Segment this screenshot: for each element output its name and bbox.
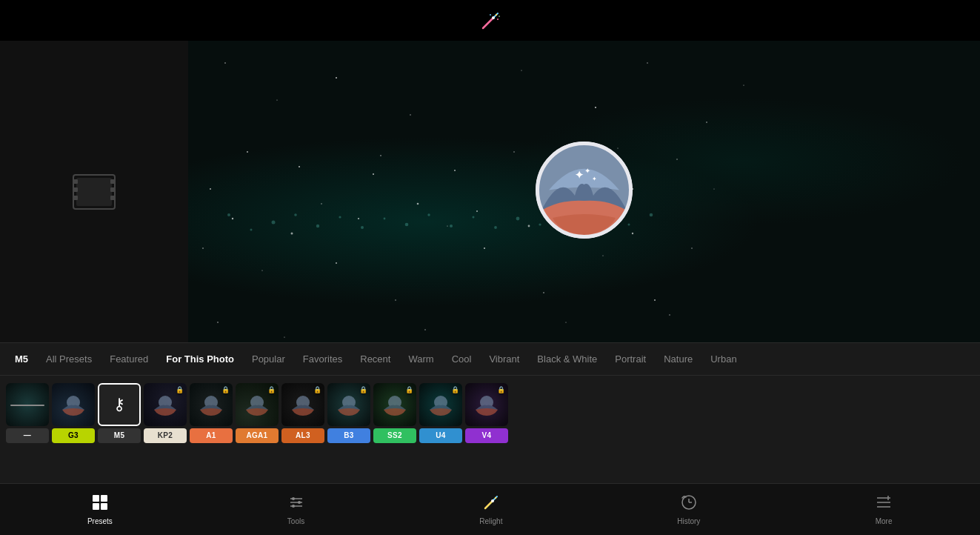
filter-tab-m5[interactable]: M5 [7,350,36,368]
svg-point-72 [384,218,386,220]
svg-point-107 [292,497,295,500]
preset-item-g3[interactable]: G3 [52,383,95,443]
svg-point-68 [294,213,297,216]
svg-point-65 [227,213,230,216]
filter-tabs: M5All PresetsFeaturedFor This PhotoPopul… [0,343,980,376]
logo-icon [480,10,501,31]
svg-text:✦: ✦ [575,169,584,181]
filter-tab-recent[interactable]: Recent [353,350,398,368]
preset-label-u4: U4 [419,428,462,443]
filter-tab-favorites[interactable]: Favorites [296,350,350,368]
filter-tab-nature[interactable]: Nature [656,350,700,368]
preset-thumb-g3 [52,383,95,426]
preset-thumb-u4: 🔒 [419,383,462,426]
svg-point-28 [447,225,447,226]
svg-point-16 [276,99,277,100]
toolbar-icon-relight [482,494,500,514]
toolbar-item-history[interactable]: History [677,494,700,525]
svg-point-61 [454,170,456,171]
filter-tab-cool[interactable]: Cool [444,350,479,368]
header [0,0,980,41]
toolbar-item-presets[interactable]: Presets [87,494,113,525]
left-panel [0,41,188,342]
preset-thumb-b3: 🔒 [327,383,370,426]
main-image: ✦ ✦ ✦ [188,41,980,342]
preset-item-m5[interactable]: ⚷M5 [98,383,141,443]
preset-item-aga1[interactable]: 🔒AGA1 [236,383,279,443]
svg-point-24 [743,84,744,85]
preset-thumb-aga1: 🔒 [236,383,279,426]
toolbar-icon-tools [287,494,305,514]
preset-label-none: — [6,428,49,443]
preset-item-a1[interactable]: 🔒A1 [190,383,233,443]
svg-point-74 [427,213,430,216]
svg-point-62 [513,151,514,152]
svg-point-31 [676,159,677,159]
svg-point-108 [298,501,301,504]
filter-tab-portrait[interactable]: Portrait [607,350,653,368]
svg-point-19 [247,151,248,153]
preset-item-al3[interactable]: 🔒AL3 [281,383,324,443]
toolbar-item-tools[interactable]: Tools [287,494,305,525]
toolbar-label-more: More [876,517,893,525]
svg-point-70 [339,216,341,218]
svg-rect-11 [73,196,78,200]
svg-point-25 [210,188,211,190]
svg-point-2 [492,16,495,19]
svg-point-18 [410,114,410,115]
svg-rect-100 [93,495,99,502]
svg-point-49 [669,314,670,315]
svg-point-36 [484,247,485,249]
svg-point-32 [202,247,204,249]
filter-tab-vibrant[interactable]: Vibrant [481,350,527,368]
svg-point-41 [714,189,715,190]
svg-point-22 [647,62,647,63]
preset-item-v4[interactable]: 🔒V4 [465,383,508,443]
filter-tab-black-white[interactable]: Black & White [530,350,604,368]
preset-item-ss2[interactable]: 🔒SS2 [373,383,416,443]
preset-item-kp2[interactable]: 🔒KP2 [144,383,187,443]
toolbar-item-relight[interactable]: Relight [479,494,502,525]
preset-thumb-a1: 🔒 [190,383,233,426]
preset-label-m5: M5 [98,428,141,443]
svg-point-71 [361,226,364,229]
preset-item-none[interactable]: — [6,383,49,443]
preset-thumb-m5: ⚷ [98,383,141,426]
preset-thumb-kp2: 🔒 [144,383,187,426]
filter-tab-featured[interactable]: Featured [102,350,156,368]
filter-tab-for-this-photo[interactable]: For This Photo [159,350,241,368]
svg-point-45 [424,329,425,330]
svg-point-60 [380,155,381,156]
svg-point-23 [706,122,707,123]
svg-point-27 [373,173,374,175]
toolbar-label-tools: Tools [287,517,304,525]
filter-tab-all-presets[interactable]: All Presets [39,350,99,368]
toolbar-label-relight: Relight [479,517,502,525]
svg-point-43 [284,336,284,337]
svg-text:✦: ✦ [584,167,590,175]
filter-tab-warm[interactable]: Warm [401,350,441,368]
preset-label-al3: AL3 [281,428,324,443]
filter-tab-popular[interactable]: Popular [244,350,293,368]
preset-thumb-ss2: 🔒 [373,383,416,426]
center-logo: ✦ ✦ ✦ [534,140,634,243]
svg-rect-12 [110,179,115,184]
svg-point-78 [516,217,520,221]
filter-tab-urban[interactable]: Urban [703,350,744,368]
svg-point-75 [450,225,453,227]
svg-point-77 [494,226,497,229]
svg-point-21 [595,107,596,108]
toolbar-item-more[interactable]: More [875,494,893,525]
preset-label-aga1: AGA1 [236,428,279,443]
svg-point-17 [336,77,337,79]
presets-row: —G3⚷M5🔒KP2🔒A1🔒AGA1🔒AL3🔒B3🔒SS2🔒U4🔒V4 [0,376,980,450]
svg-rect-13 [110,187,115,192]
preset-label-a1: A1 [190,428,233,443]
preset-item-b3[interactable]: 🔒B3 [327,383,370,443]
svg-rect-9 [73,179,78,184]
svg-point-76 [473,216,475,219]
svg-point-20 [521,70,521,70]
svg-point-54 [417,203,419,205]
preset-item-u4[interactable]: 🔒U4 [419,383,462,443]
svg-rect-102 [93,503,99,510]
